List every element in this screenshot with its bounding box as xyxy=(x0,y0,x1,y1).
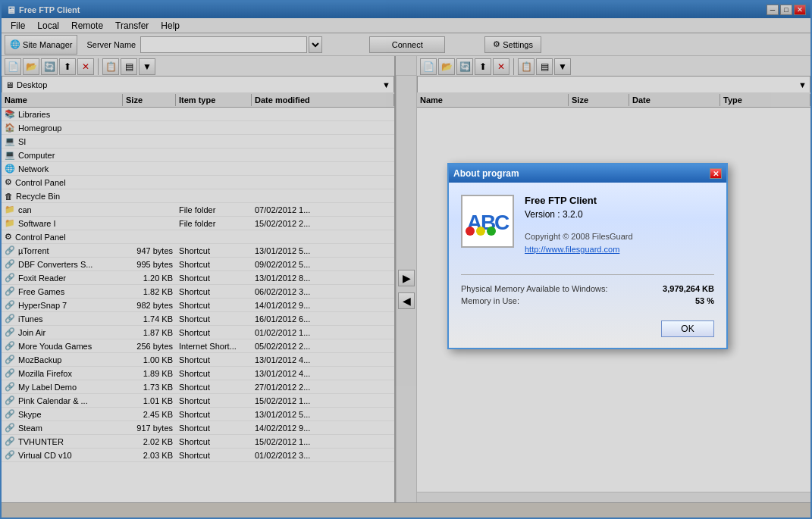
dialog-close-button[interactable]: ✕ xyxy=(710,168,722,179)
dialog-info: Free FTP Client Version : 3.2.0 Copyrigh… xyxy=(525,195,714,255)
dialog-footer: OK xyxy=(449,316,726,348)
logo-red-circle xyxy=(466,227,475,236)
dialog-ok-button[interactable]: OK xyxy=(661,320,714,337)
dialog-version: Version : 3.2.0 xyxy=(525,209,714,220)
dialog-memory-info: Physical Memory Available to Windows: 3,… xyxy=(449,280,726,316)
memory-available-value: 3,979,264 KB xyxy=(663,284,714,293)
dialog-title-bar: About program ✕ xyxy=(449,164,726,183)
memory-available-label: Physical Memory Available to Windows: xyxy=(461,284,608,293)
logo-color-bar xyxy=(466,227,509,237)
app-logo: ABC xyxy=(461,195,514,248)
logo-yellow-circle xyxy=(476,227,485,236)
memory-use-label: Memory in Use: xyxy=(461,296,519,305)
memory-use-value: 53 % xyxy=(695,296,714,305)
dialog-app-name: Free FTP Client xyxy=(525,195,714,206)
about-dialog: About program ✕ ABC Free FTP Client Ver xyxy=(447,163,728,349)
dialog-website-link[interactable]: http://www.filesguard.com xyxy=(525,245,619,254)
dialog-copyright: Copyright © 2008 FilesGuard xyxy=(525,232,714,241)
dialog-title: About program xyxy=(453,168,519,179)
dialog-overlay: About program ✕ ABC Free FTP Client Ver xyxy=(0,0,812,519)
dialog-body: ABC Free FTP Client Version : 3.2.0 Copy… xyxy=(449,183,726,267)
logo-green-circle xyxy=(487,227,496,236)
dialog-divider xyxy=(461,274,714,275)
